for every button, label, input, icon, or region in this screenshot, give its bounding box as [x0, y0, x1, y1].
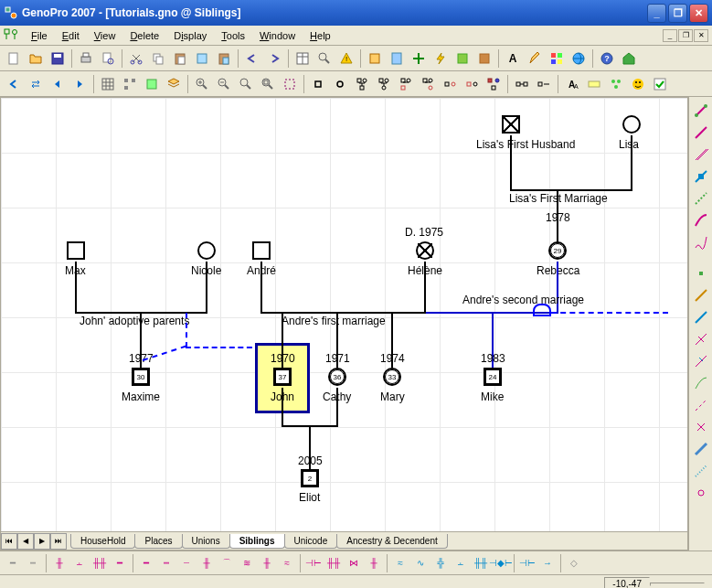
bstyle-26[interactable]: → [538, 555, 557, 572]
rel-1-button[interactable] [691, 101, 711, 121]
text-button[interactable]: A [503, 48, 523, 69]
doc-restore-button[interactable]: ❐ [678, 29, 693, 42]
social-button[interactable] [606, 74, 626, 94]
add-female-button[interactable] [330, 74, 350, 94]
canvas-area[interactable]: Lisa's First Husband Lisa Lisa's First M… [0, 97, 688, 551]
link-button[interactable] [512, 74, 532, 94]
font-button[interactable]: AA [562, 74, 582, 94]
bstyle-17[interactable]: ⋈ [345, 555, 363, 572]
unlink-button[interactable] [534, 74, 554, 94]
table-button[interactable] [292, 48, 313, 69]
book-button[interactable] [452, 48, 473, 69]
autoarrange-button[interactable] [409, 48, 429, 69]
bstyle-20[interactable]: ∿ [411, 555, 430, 572]
cut-button[interactable] [126, 48, 146, 69]
bstyle-18[interactable]: ╫ [365, 555, 383, 572]
rel-3-button[interactable] [691, 144, 711, 165]
maximize-button[interactable]: ❐ [668, 4, 687, 23]
tab-ancestry[interactable]: Ancestry & Decendent [336, 534, 448, 549]
print-button[interactable] [76, 48, 96, 69]
bstyle-8[interactable]: ┅ [157, 555, 175, 572]
add-wife-button[interactable] [440, 74, 460, 94]
bstyle-9[interactable]: ┄ [177, 555, 196, 572]
genogram-canvas[interactable]: Lisa's First Husband Lisa Lisa's First M… [1, 98, 687, 550]
rel-18-button[interactable] [691, 483, 711, 503]
tab-unicode[interactable]: Unicode [284, 534, 338, 549]
copy-image-button[interactable] [192, 48, 212, 69]
save-button[interactable] [48, 48, 68, 69]
tab-last-button[interactable]: ⏭ [50, 533, 67, 550]
help-button[interactable]: ? [597, 48, 617, 69]
person-helene[interactable] [416, 241, 434, 260]
bstyle-16[interactable]: ╫╫ [324, 555, 343, 572]
add-family-button[interactable] [484, 74, 504, 94]
home-button[interactable] [619, 48, 639, 69]
bstyle-12[interactable]: ≋ [238, 555, 256, 572]
tab-next-button[interactable]: ▶ [34, 533, 50, 550]
bstyle-22[interactable]: ⫠ [452, 555, 470, 572]
bstyle-19[interactable]: ≈ [391, 555, 409, 572]
open-button[interactable] [26, 48, 46, 69]
zoomfit-button[interactable] [258, 74, 278, 94]
grid-button[interactable] [98, 74, 118, 94]
bstyle-15[interactable]: ⊣⊢ [304, 555, 323, 572]
zoom100-button[interactable] [236, 74, 256, 94]
nav-swap-icon[interactable] [26, 74, 46, 94]
paste-button[interactable] [170, 48, 190, 69]
redo-button[interactable] [264, 48, 284, 69]
align-button[interactable] [120, 74, 140, 94]
zoomin-button[interactable] [192, 74, 212, 94]
print-preview-button[interactable] [98, 48, 118, 69]
tab-unions[interactable]: Unions [182, 534, 230, 549]
undo-button[interactable] [242, 48, 262, 69]
person-andre[interactable] [252, 241, 271, 260]
bstyle-4[interactable]: ⫠ [70, 555, 89, 572]
rel-17-button[interactable] [691, 461, 711, 481]
minimize-button[interactable]: _ [647, 4, 666, 23]
check-button[interactable] [650, 74, 670, 94]
menu-display[interactable]: Display [166, 28, 214, 43]
menu-view[interactable]: View [87, 28, 123, 43]
bstyle-23[interactable]: ╫╫ [472, 555, 490, 572]
rel-8-button[interactable] [691, 263, 711, 283]
color-button[interactable] [547, 48, 567, 69]
rel-6-button[interactable] [691, 210, 711, 230]
person-lisas-first-husband[interactable] [502, 115, 520, 134]
nav-right-icon[interactable] [69, 74, 90, 94]
menu-window[interactable]: Window [252, 28, 303, 43]
rel-15-button[interactable] [691, 417, 711, 437]
bstyle-7[interactable]: ━ [137, 555, 155, 572]
pencil-button[interactable] [525, 48, 545, 69]
add-daughter-button[interactable] [418, 74, 438, 94]
layers-button[interactable] [164, 74, 184, 94]
bstyle-13[interactable]: ╫ [258, 555, 276, 572]
rel-10-button[interactable] [691, 307, 711, 327]
bstyle-3[interactable]: ╫ [50, 555, 69, 572]
close-button[interactable]: ✕ [689, 4, 708, 23]
tab-first-button[interactable]: ⏮ [1, 533, 17, 550]
menu-file[interactable]: File [24, 28, 55, 43]
paste-special-button[interactable] [214, 48, 234, 69]
person-nicole[interactable] [197, 241, 216, 260]
menu-delete[interactable]: Delete [122, 28, 166, 43]
add-husband-button[interactable] [462, 74, 482, 94]
bstyle-6[interactable]: ━ [111, 555, 129, 572]
menu-edit[interactable]: Edit [55, 28, 87, 43]
person-max[interactable] [67, 241, 85, 260]
nav-left-icon[interactable] [4, 74, 24, 94]
rel-13-button[interactable] [691, 373, 711, 393]
bstyle-5[interactable]: ╫╫ [90, 555, 109, 572]
rel-2-button[interactable] [691, 123, 711, 143]
add-parents-m-button[interactable] [352, 74, 372, 94]
problems-button[interactable]: ! [336, 48, 356, 69]
person-lisa[interactable] [622, 115, 641, 134]
menu-help[interactable]: Help [303, 28, 338, 43]
bstyle-10[interactable]: ╫ [197, 555, 216, 572]
book2-button[interactable] [474, 48, 494, 69]
search-button[interactable] [314, 48, 335, 69]
emoji-button[interactable] [628, 74, 648, 94]
nav-left2-icon[interactable] [48, 74, 68, 94]
bolt-button[interactable] [430, 48, 451, 69]
add-parents-f-button[interactable] [374, 74, 394, 94]
label-button[interactable] [584, 74, 604, 94]
